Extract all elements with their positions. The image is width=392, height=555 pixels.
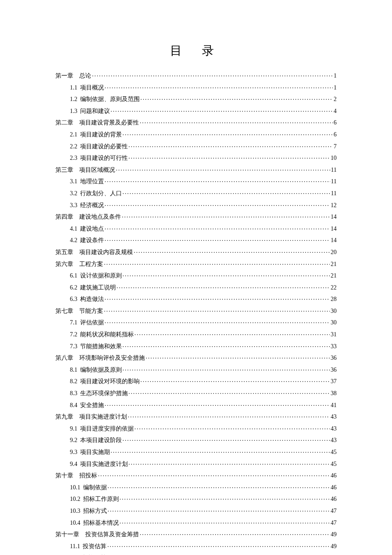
toc-entry: 6.3构造做法28 bbox=[55, 295, 337, 302]
toc-title: 投资估算及资金筹措 bbox=[85, 531, 139, 538]
toc-entry: 第十一章投资估算及资金筹措49 bbox=[55, 530, 337, 538]
toc-title: 编制依据及原则 bbox=[80, 367, 122, 373]
toc-section-label: 11.1投资估算 bbox=[70, 543, 107, 549]
toc-entry: 6.1设计依据和原则21 bbox=[55, 272, 337, 279]
toc-page-number: 12 bbox=[331, 202, 337, 208]
toc-leader-dots bbox=[92, 72, 333, 78]
toc-page-number: 46 bbox=[331, 496, 337, 502]
toc-entry: 1.3问题和建议4 bbox=[55, 107, 337, 114]
toc-leader-dots bbox=[140, 119, 333, 124]
toc-entry: 8.3生态环境保护措施38 bbox=[55, 389, 337, 396]
toc-entry: 10.2招标工作原则46 bbox=[55, 495, 337, 502]
toc-section-label: 10.2招标工作原则 bbox=[70, 496, 119, 502]
toc-leader-dots bbox=[123, 366, 330, 372]
toc-page-number: 43 bbox=[331, 414, 337, 420]
toc-leader-dots bbox=[107, 542, 330, 548]
toc-number: 10.3 bbox=[70, 508, 81, 514]
toc-title: 投资估算 bbox=[83, 543, 107, 549]
toc-section-label: 2.3项目建设的可行性 bbox=[70, 155, 128, 161]
toc-entry: 第四章建设地点及条件14 bbox=[55, 213, 337, 220]
toc-page-number: 10 bbox=[331, 155, 337, 161]
toc-entry: 7.1评估依据30 bbox=[55, 318, 337, 326]
toc-page-number: 11 bbox=[331, 167, 337, 173]
toc-leader-dots bbox=[135, 330, 330, 336]
toc-number: 第十一章 bbox=[55, 531, 79, 538]
toc-leader-dots bbox=[129, 142, 333, 148]
toc-leader-dots bbox=[140, 530, 330, 536]
toc-page-number: 1 bbox=[334, 85, 337, 91]
toc-number: 第一章 bbox=[55, 72, 73, 79]
toc-title: 地理位置 bbox=[80, 178, 104, 185]
toc-title: 建设条件 bbox=[80, 237, 104, 243]
toc-chapter-label: 第九章项目实施进度计划 bbox=[55, 414, 127, 420]
toc-leader-dots bbox=[123, 189, 330, 195]
toc-section-label: 2.1项目建设的背景 bbox=[70, 132, 122, 138]
toc-title: 节能方案 bbox=[79, 308, 103, 314]
toc-page-number: 46 bbox=[331, 485, 337, 491]
toc-title: 项目实施进度计划 bbox=[80, 461, 128, 467]
toc-entry: 3.1地理位置11 bbox=[55, 177, 337, 185]
toc-number: 10.2 bbox=[70, 496, 81, 502]
toc-title: 评估依据 bbox=[80, 319, 104, 326]
toc-section-label: 10.3招标方式 bbox=[70, 508, 107, 514]
toc-page-number: 2 bbox=[334, 96, 337, 102]
toc-title: 项目建设的背景 bbox=[80, 131, 122, 138]
toc-page-number: 14 bbox=[331, 237, 337, 243]
toc-leader-dots bbox=[104, 307, 330, 313]
toc-leader-dots bbox=[105, 201, 330, 207]
toc-page-number: 38 bbox=[331, 390, 337, 396]
toc-title: 招投标 bbox=[79, 472, 97, 479]
toc-entry: 4.1建设地点14 bbox=[55, 225, 337, 232]
toc-leader-dots bbox=[120, 519, 330, 525]
toc-section-label: 8.1编制依据及原则 bbox=[70, 367, 122, 373]
toc-page-number: 49 bbox=[331, 532, 337, 538]
toc-leader-dots bbox=[98, 471, 330, 477]
toc-number: 8.3 bbox=[70, 390, 78, 396]
toc-leader-dots bbox=[128, 413, 330, 419]
toc-entry: 9.1项目进度安排的依据43 bbox=[55, 425, 337, 432]
toc-entry: 11.1投资估算49 bbox=[55, 542, 337, 549]
toc-title: 招标方式 bbox=[83, 508, 107, 514]
toc-section-label: 6.1设计依据和原则 bbox=[70, 273, 122, 279]
toc-number: 10.4 bbox=[70, 520, 81, 526]
toc-page-number: 45 bbox=[331, 449, 337, 455]
toc-entry: 8.1编制依据及原则36 bbox=[55, 366, 337, 373]
toc-page-number: 4 bbox=[334, 108, 337, 114]
toc-title: 项目建设对环境的影响 bbox=[80, 378, 140, 384]
toc-leader-dots bbox=[123, 342, 330, 348]
toc-page-number: 33 bbox=[331, 344, 337, 350]
toc-leader-dots bbox=[105, 177, 330, 183]
toc-number: 3.1 bbox=[70, 178, 78, 185]
toc-number: 2.3 bbox=[70, 155, 78, 161]
toc-number: 6.2 bbox=[70, 284, 78, 291]
toc-title: 工程方案 bbox=[79, 261, 103, 267]
toc-section-label: 7.3节能措施和效果 bbox=[70, 344, 122, 350]
toc-number: 2.1 bbox=[70, 131, 78, 138]
toc-page-number: 37 bbox=[331, 379, 337, 384]
toc-title: 问题和建议 bbox=[80, 108, 110, 114]
toc-number: 第九章 bbox=[55, 413, 73, 420]
toc-title: 本项目建设阶段 bbox=[80, 437, 122, 443]
toc-section-label: 3.3经济概况 bbox=[70, 202, 104, 208]
toc-section-label: 6.3构造做法 bbox=[70, 296, 104, 302]
toc-leader-dots bbox=[141, 377, 330, 383]
toc-page-number: 14 bbox=[331, 226, 337, 232]
toc-number: 8.2 bbox=[70, 378, 78, 384]
toc-entry: 6.2建筑施工说明22 bbox=[55, 283, 337, 291]
toc-page-number: 43 bbox=[331, 426, 337, 432]
toc-title: 建设地点及条件 bbox=[79, 214, 121, 220]
toc-page-number: 46 bbox=[331, 473, 337, 479]
toc-page-number: 20 bbox=[331, 249, 337, 255]
toc-entry: 7.2能耗状况和能耗指标31 bbox=[55, 330, 337, 338]
toc-section-label: 7.1评估依据 bbox=[70, 320, 104, 326]
toc-entry: 8.2项目建设对环境的影响37 bbox=[55, 377, 337, 384]
toc-section-label: 4.2建设条件 bbox=[70, 237, 104, 243]
toc-entry: 3.2行政划分、人口11 bbox=[55, 189, 337, 197]
toc-section-label: 8.3生态环境保护措施 bbox=[70, 390, 128, 396]
toc-number: 9.1 bbox=[70, 425, 78, 432]
toc-title: 编制依据 bbox=[83, 484, 107, 491]
toc-leader-dots bbox=[146, 354, 330, 360]
toc-title: 项目区域概况 bbox=[79, 167, 115, 173]
toc-title: 行政划分、人口 bbox=[80, 190, 122, 197]
toc-title: 项目建设的可行性 bbox=[80, 155, 128, 161]
